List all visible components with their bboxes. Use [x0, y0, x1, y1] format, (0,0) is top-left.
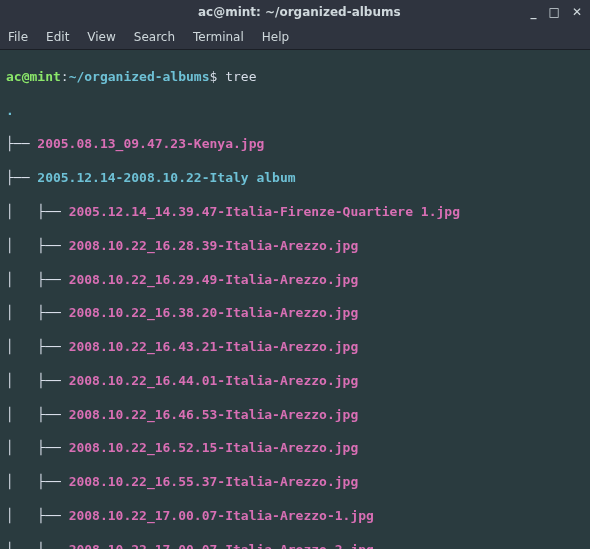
tree-entry: │ ├── 2008.10.22_16.29.49-Italia-Arezzo.… [6, 272, 584, 289]
file-arezzo-jpg: 2008.10.22_16.28.39-Italia-Arezzo.jpg [69, 238, 359, 253]
tree-entry: │ ├── 2008.10.22_17.00.07-Italia-Arezzo-… [6, 508, 584, 525]
prompt-dollar: $ [210, 69, 226, 84]
menu-help[interactable]: Help [262, 30, 289, 46]
minimize-icon[interactable]: _ [531, 5, 537, 21]
file-arezzo-jpg: 2008.10.22_16.44.01-Italia-Arezzo.jpg [69, 373, 359, 388]
tree-entry: │ ├── 2008.10.22_16.46.53-Italia-Arezzo.… [6, 407, 584, 424]
menu-search[interactable]: Search [134, 30, 175, 46]
menu-bar: File Edit View Search Terminal Help [0, 26, 590, 50]
window-title: ac@mint: ~/organized-albums [68, 5, 531, 21]
tree-entry: │ ├── 2008.10.22_16.44.01-Italia-Arezzo.… [6, 373, 584, 390]
file-arezzo-jpg: 2008.10.22_16.46.53-Italia-Arezzo.jpg [69, 407, 359, 422]
tree-entry: │ ├── 2008.10.22_16.38.20-Italia-Arezzo.… [6, 305, 584, 322]
file-arezzo-jpg: 2008.10.22_16.38.20-Italia-Arezzo.jpg [69, 305, 359, 320]
terminal-area[interactable]: ac@mint:~/organized-albums$ tree . ├── 2… [0, 50, 590, 549]
file-arezzo-jpg: 2008.10.22_16.55.37-Italia-Arezzo.jpg [69, 474, 359, 489]
menu-file[interactable]: File [8, 30, 28, 46]
file-arezzo-jpg: 2008.10.22_16.29.49-Italia-Arezzo.jpg [69, 272, 359, 287]
menu-terminal[interactable]: Terminal [193, 30, 244, 46]
close-icon[interactable]: ✕ [572, 5, 582, 21]
prompt-user: ac@mint [6, 69, 61, 84]
root-dot: . [6, 103, 14, 118]
tree-entry: │ ├── 2008.10.22_16.28.39-Italia-Arezzo.… [6, 238, 584, 255]
file-arezzo-1-jpg: 2008.10.22_17.00.07-Italia-Arezzo-1.jpg [69, 508, 374, 523]
window-controls: _ □ ✕ [531, 5, 582, 21]
menu-edit[interactable]: Edit [46, 30, 69, 46]
file-arezzo-2-jpg: 2008.10.22_17.00.07-Italia-Arezzo-2.jpg [69, 542, 374, 549]
dir-italy-album-dated: 2005.12.14-2008.10.22-Italy album [37, 170, 295, 185]
tree-entry: │ ├── 2008.10.22_16.52.15-Italia-Arezzo.… [6, 440, 584, 457]
prompt-colon: : [61, 69, 69, 84]
tree-entry: ├── 2005.12.14-2008.10.22-Italy album [6, 170, 584, 187]
file-kenya-jpg: 2005.08.13_09.47.23-Kenya.jpg [37, 136, 264, 151]
prompt-line-1: ac@mint:~/organized-albums$ tree [6, 69, 584, 86]
window-titlebar: ac@mint: ~/organized-albums _ □ ✕ [0, 0, 590, 26]
menu-view[interactable]: View [87, 30, 115, 46]
tree-entry: ├── 2005.08.13_09.47.23-Kenya.jpg [6, 136, 584, 153]
tree-entry: │ ├── 2008.10.22_16.55.37-Italia-Arezzo.… [6, 474, 584, 491]
tree-root: . [6, 103, 584, 120]
prompt-path: ~/organized-albums [69, 69, 210, 84]
command-tree: tree [225, 69, 256, 84]
file-arezzo-jpg: 2008.10.22_16.43.21-Italia-Arezzo.jpg [69, 339, 359, 354]
tree-entry: │ └── 2008.10.22_17.00.07-Italia-Arezzo-… [6, 542, 584, 549]
file-firenze-jpg: 2005.12.14_14.39.47-Italia-Firenze-Quart… [69, 204, 460, 219]
maximize-icon[interactable]: □ [549, 5, 560, 21]
tree-entry: │ ├── 2008.10.22_16.43.21-Italia-Arezzo.… [6, 339, 584, 356]
tree-entry: │ ├── 2005.12.14_14.39.47-Italia-Firenze… [6, 204, 584, 221]
file-arezzo-jpg: 2008.10.22_16.52.15-Italia-Arezzo.jpg [69, 440, 359, 455]
